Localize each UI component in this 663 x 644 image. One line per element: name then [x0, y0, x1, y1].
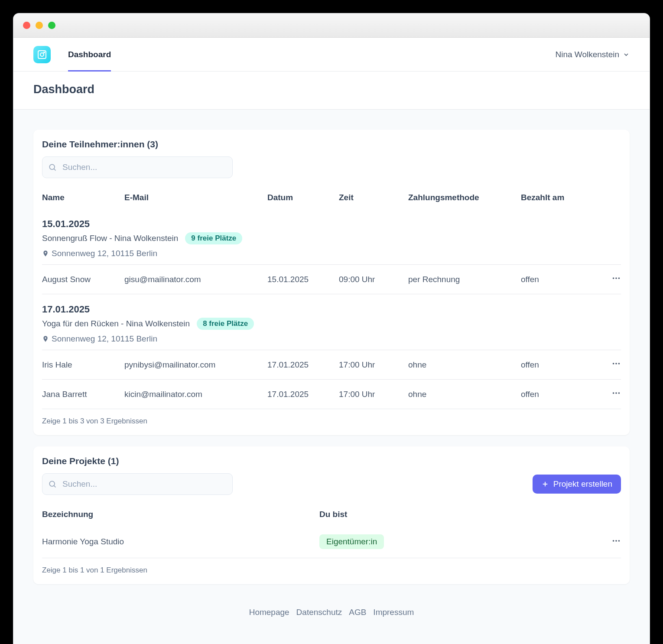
cell-paid-at: offen — [521, 350, 604, 380]
cell-paid-at: offen — [521, 380, 604, 409]
col-name: Name — [42, 187, 124, 209]
cell-email: kicin@mailinator.com — [124, 380, 267, 409]
svg-point-20 — [618, 540, 620, 542]
footer-link-terms[interactable]: AGB — [349, 608, 366, 617]
user-name: Nina Wolkenstein — [555, 50, 619, 59]
svg-line-4 — [54, 169, 56, 171]
cell-payment: ohne — [408, 350, 521, 380]
svg-point-10 — [618, 363, 620, 364]
cell-date: 17.01.2025 — [267, 350, 339, 380]
row-actions-button[interactable] — [611, 536, 621, 546]
free-spots-badge: 9 freie Plätze — [185, 232, 242, 244]
participants-title: Deine Teilnehmer:innen (3) — [42, 139, 621, 150]
svg-point-9 — [615, 363, 617, 364]
participants-card: Deine Teilnehmer:innen (3) Name E-Mail — [33, 130, 630, 435]
create-project-label: Projekt erstellen — [553, 479, 612, 489]
top-nav: Dashboard Nina Wolkenstein — [13, 38, 650, 72]
cell-name: August Snow — [42, 265, 124, 294]
svg-point-7 — [618, 277, 620, 279]
cell-date: 17.01.2025 — [267, 380, 339, 409]
projects-search-input[interactable] — [42, 473, 233, 495]
cell-time: 17:00 Uhr — [339, 380, 408, 409]
table-row: Iris Hale pynibysi@mailinator.com 17.01.… — [42, 350, 621, 380]
participants-search — [42, 156, 233, 178]
projects-title: Deine Projekte (1) — [42, 456, 621, 466]
footer: Homepage Datenschutz AGB Impressum — [33, 595, 630, 634]
svg-point-3 — [49, 164, 55, 169]
projects-search — [42, 473, 233, 495]
participants-result-text: Zeige 1 bis 3 von 3 Ergebnissen — [42, 417, 621, 426]
more-horizontal-icon — [611, 359, 621, 368]
projects-card: Deine Projekte (1) Projekt erstellen — [33, 446, 630, 584]
svg-point-1 — [40, 53, 44, 56]
participants-search-input[interactable] — [42, 156, 233, 178]
cell-payment: per Rechnung — [408, 265, 521, 294]
free-spots-badge: 8 freie Plätze — [197, 318, 254, 330]
app-window: Dashboard Nina Wolkenstein Dashboard Dei… — [13, 13, 650, 644]
group-event-title: Yoga für den Rücken - Nina Wolkenstein — [42, 319, 190, 329]
cell-project-name: Harmonie Yoga Studio — [42, 526, 319, 558]
cell-email: pynibysi@mailinator.com — [124, 350, 267, 380]
row-actions-button[interactable] — [611, 388, 621, 398]
participants-table: Name E-Mail Datum Zeit Zahlungsmethode B… — [42, 187, 621, 409]
group-date: 17.01.2025 — [42, 304, 621, 315]
cell-paid-at: offen — [521, 265, 604, 294]
col-payment: Zahlungsmethode — [408, 187, 521, 209]
role-badge: Eigentümer:in — [319, 534, 384, 549]
logo-icon — [37, 49, 47, 60]
svg-point-14 — [49, 481, 55, 486]
svg-point-5 — [613, 277, 614, 279]
map-pin-icon — [42, 250, 49, 257]
create-project-button[interactable]: Projekt erstellen — [533, 475, 621, 494]
more-horizontal-icon — [611, 388, 621, 398]
footer-link-privacy[interactable]: Datenschutz — [296, 608, 342, 617]
footer-link-imprint[interactable]: Impressum — [373, 608, 414, 617]
cell-date: 15.01.2025 — [267, 265, 339, 294]
col-time: Zeit — [339, 187, 408, 209]
window-maximize-button[interactable] — [48, 22, 55, 29]
col-email: E-Mail — [124, 187, 267, 209]
group-date: 15.01.2025 — [42, 218, 621, 230]
map-pin-icon — [42, 335, 49, 342]
plus-icon — [541, 480, 549, 488]
col-project-name: Bezeichnung — [42, 504, 319, 526]
svg-point-6 — [615, 277, 617, 279]
user-menu[interactable]: Nina Wolkenstein — [555, 50, 630, 59]
cell-name: Jana Barrett — [42, 380, 124, 409]
nav-tab-dashboard[interactable]: Dashboard — [68, 38, 111, 72]
svg-point-11 — [613, 392, 614, 394]
search-icon — [48, 163, 57, 172]
col-date: Datum — [267, 187, 339, 209]
footer-link-homepage[interactable]: Homepage — [249, 608, 289, 617]
row-actions-button[interactable] — [611, 273, 621, 283]
cell-email: gisu@mailinator.com — [124, 265, 267, 294]
cell-name: Iris Hale — [42, 350, 124, 380]
table-row: Jana Barrett kicin@mailinator.com 17.01.… — [42, 380, 621, 409]
search-icon — [48, 480, 57, 488]
table-row: August Snow gisu@mailinator.com 15.01.20… — [42, 265, 621, 294]
svg-point-19 — [615, 540, 617, 542]
svg-point-18 — [613, 540, 614, 542]
window-close-button[interactable] — [23, 22, 30, 29]
page-header: Dashboard — [13, 72, 650, 110]
col-project-role: Du bist — [319, 504, 604, 526]
cell-payment: ohne — [408, 380, 521, 409]
svg-line-15 — [54, 486, 56, 488]
app-logo[interactable] — [33, 46, 51, 63]
svg-point-8 — [613, 363, 614, 364]
svg-point-2 — [44, 52, 45, 53]
group-location: Sonnenweg 12, 10115 Berlin — [52, 249, 157, 258]
svg-point-12 — [615, 392, 617, 394]
window-minimize-button[interactable] — [36, 22, 43, 29]
page-title: Dashboard — [33, 83, 630, 96]
window-titlebar — [13, 13, 650, 38]
more-horizontal-icon — [611, 273, 621, 283]
cell-time: 09:00 Uhr — [339, 265, 408, 294]
chevron-down-icon — [623, 51, 630, 58]
col-paid-at: Bezahlt am — [521, 187, 604, 209]
more-horizontal-icon — [611, 536, 621, 546]
table-row: Harmonie Yoga Studio Eigentümer:in — [42, 526, 621, 558]
cell-time: 17:00 Uhr — [339, 350, 408, 380]
row-actions-button[interactable] — [611, 359, 621, 368]
group-event-title: Sonnengruß Flow - Nina Wolkenstein — [42, 234, 178, 243]
